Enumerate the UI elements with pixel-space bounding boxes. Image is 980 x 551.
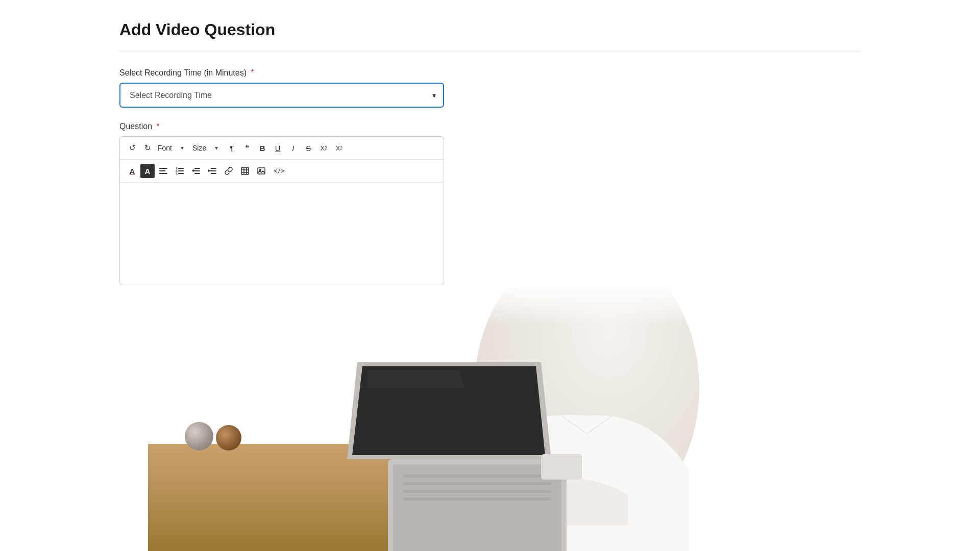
svg-rect-38 (0, 286, 980, 551)
subscript-button[interactable]: X2 (316, 141, 331, 155)
underline-button[interactable]: U (271, 141, 285, 155)
link-button[interactable] (221, 164, 236, 178)
strikethrough-button[interactable]: S (301, 141, 315, 155)
font-dropdown-button[interactable]: ▾ (175, 141, 189, 155)
font-selector-group: Font ▾ (156, 141, 189, 155)
page-title: Add Video Question (119, 20, 861, 39)
size-dropdown-button[interactable]: ▾ (209, 141, 224, 155)
align-button[interactable] (156, 164, 171, 178)
svg-marker-16 (208, 169, 210, 172)
paragraph-button[interactable]: ¶ (225, 141, 239, 155)
svg-rect-9 (194, 168, 200, 169)
bg-color-button[interactable]: A (140, 164, 155, 178)
section-divider (119, 52, 861, 52)
svg-rect-13 (211, 168, 216, 169)
toolbar-row-2: A A 1. 2. 3. (120, 160, 444, 183)
recording-time-select[interactable]: Select Recording Time 1 2 3 5 10 (119, 83, 444, 108)
required-indicator: * (251, 68, 254, 77)
outdent-button[interactable] (188, 164, 204, 178)
svg-rect-2 (159, 173, 167, 174)
svg-rect-15 (211, 173, 216, 174)
undo-button[interactable]: ↺ (125, 141, 139, 155)
indent-button[interactable] (205, 164, 220, 178)
svg-rect-1 (159, 170, 165, 171)
toolbar-row-1: ↺ ↻ Font ▾ Size ▾ ¶ ❝ B U I S X2 X2 (120, 137, 444, 160)
recording-time-field: Select Recording Time 1 2 3 5 10 ▾ (119, 83, 444, 108)
svg-rect-4 (178, 170, 184, 171)
background-scene (0, 286, 980, 551)
svg-rect-0 (159, 168, 167, 169)
svg-rect-22 (258, 168, 265, 174)
font-label: Font (156, 144, 174, 152)
table-button[interactable] (237, 164, 253, 178)
redo-button[interactable]: ↻ (140, 141, 155, 155)
svg-marker-12 (192, 169, 194, 172)
editor-content-area[interactable] (120, 183, 444, 285)
recording-time-label: Select Recording Time (in Minutes) * (119, 68, 861, 78)
superscript-button[interactable]: X2 (332, 141, 346, 155)
bold-button[interactable]: B (255, 141, 270, 155)
svg-rect-17 (241, 167, 249, 174)
svg-text:3.: 3. (176, 172, 178, 175)
blockquote-button[interactable]: ❝ (240, 141, 254, 155)
size-label: Size (190, 144, 208, 152)
svg-rect-11 (194, 173, 200, 174)
svg-rect-5 (178, 173, 184, 174)
question-label: Question * (119, 122, 861, 131)
image-button[interactable] (254, 164, 269, 178)
size-selector-group: Size ▾ (190, 141, 224, 155)
required-indicator: * (157, 122, 160, 131)
ordered-list-button[interactable]: 1. 2. 3. (172, 164, 187, 178)
italic-button[interactable]: I (286, 141, 300, 155)
question-editor: ↺ ↻ Font ▾ Size ▾ ¶ ❝ B U I S X2 X2 A A (119, 136, 444, 285)
svg-rect-3 (178, 168, 184, 169)
code-button[interactable]: </> (270, 164, 288, 178)
font-color-button[interactable]: A (125, 164, 139, 178)
